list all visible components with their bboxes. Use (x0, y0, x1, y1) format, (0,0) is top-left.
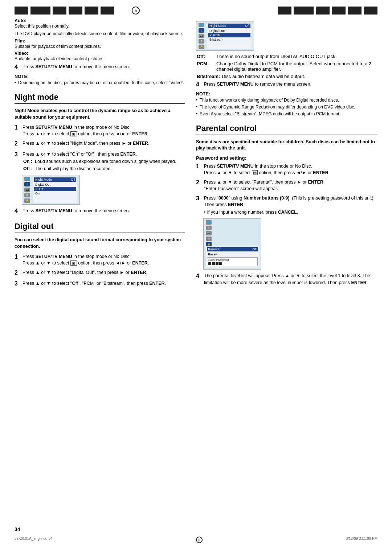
digital-out-title: Digital out (15, 222, 185, 233)
screen-icon-cfg: ⚙ (206, 237, 212, 241)
screen-icon-lock: 🔒 (24, 198, 30, 203)
header-block (53, 7, 66, 15)
auto-line1: Select this position normally. (15, 23, 185, 29)
screen-menu-title: Night Mode Off (208, 24, 250, 28)
screen-icon-img: 📷 (206, 231, 212, 235)
digital-step2-content: Press ▲ or ▼ to select "Digital Out", th… (23, 269, 185, 277)
screen-icon-globe: 🌐 (199, 23, 204, 27)
bitstream-option-label: Bitstream: (197, 74, 220, 79)
night-mode-section: Night mode Night Mode enables you to con… (15, 93, 185, 215)
menu-row-pcm: ✓ PCM (208, 33, 250, 37)
screen-icon-img: 📷 (24, 188, 30, 192)
parental-section: Parental control Some discs are specifie… (196, 124, 377, 286)
parental-step1: 1 Press SETUP/TV MENU in the stop mode o… (196, 163, 377, 176)
step-number: 3 (15, 150, 20, 172)
note-digital-list: This function works only during playback… (196, 97, 377, 117)
night-step3: 3 Press ▲ or ▼ to select "On" or "Off", … (15, 151, 185, 172)
parental-intro: Some discs are specified not suitable fo… (196, 139, 377, 152)
off-text: The unit will play the disc as recorded. (35, 165, 112, 172)
pcm-option: PCM: Change Dolby Digital to PCM for the… (196, 61, 377, 72)
step4-progressive: 4 Press SETUP/TV MENU to remove the menu… (15, 63, 185, 71)
night-step2: 2 Press ▲ or ▼ to select "Night Mode", t… (15, 140, 185, 148)
header-block (348, 7, 362, 15)
note-title: NOTE: (15, 74, 185, 79)
digital-out-section: Digital out You can select the digital o… (15, 222, 185, 288)
screen-icons: 🌐 ♫ 📷 ⚙ 🔒 (199, 23, 206, 49)
step4-night-content: Press SETUP/TV MENU to remove the menu s… (23, 208, 185, 215)
screen-icon-lock: 🔒 (206, 242, 212, 246)
menu-title-left: Night Mode (209, 24, 226, 28)
menu-row-on: ✓ Off (34, 187, 76, 191)
step-number: 1 (15, 253, 20, 266)
parental-screen-layout: 🌐 ♫ 📷 ⚙ 🔒 Parental Off Passw (206, 220, 259, 268)
dot1 (208, 262, 211, 265)
off-option-text: There is no sound output from DIGITAL AU… (216, 54, 336, 59)
pcm-option-text: Change Dolby Digital to PCM for the outp… (216, 61, 377, 72)
parental-title: Parental control (196, 124, 377, 135)
parental-step3: 3 Press "0000" using Number buttons (0-9… (196, 195, 377, 216)
header-block (278, 7, 291, 15)
menu-title-left: Night Mode (35, 178, 52, 181)
header-block (332, 7, 346, 15)
parental-screen-icons: 🌐 ♫ 📷 ⚙ 🔒 (206, 220, 213, 246)
parental-step1-content: Press SETUP/TV MENU in the stop mode or … (204, 163, 377, 176)
film-section: Film: Suitable for playback of film cont… (15, 38, 185, 50)
header-block (69, 7, 82, 15)
step3-content: Press ▲ or ▼ to select "On" or "Off", th… (23, 151, 185, 172)
parental-step3-content: Press "0000" using Number buttons (0-9).… (204, 195, 377, 216)
night-mode-title: Night mode (15, 93, 185, 104)
menu-row-digital: Digital Out (208, 29, 250, 33)
step-number: 3 (15, 279, 20, 288)
enter-password-label: Enter Password (208, 258, 256, 262)
screen-icons: 🌐 ♫ 📷 ⚙ 🔒 (24, 177, 32, 203)
digital-step3: 3 Press ▲ or ▼ to select "Off", "PCM" or… (15, 280, 185, 288)
header-block (364, 7, 377, 15)
video-section: Video: Suitable for playback of video co… (15, 51, 185, 62)
left-column: Auto: Select this position normally. The… (15, 18, 185, 291)
auto-line2: The DVD player automatically detects sou… (15, 31, 185, 37)
digital-step4: 4 Press SETUP/TV MENU to remove the menu… (196, 81, 377, 89)
footer-timestamp: 3/12/09 3:11:08 PM (346, 537, 377, 543)
password-dots (208, 262, 256, 265)
step1-content: Press SETUP/TV MENU in the stop mode or … (23, 124, 185, 137)
header-block (294, 7, 314, 15)
dot4 (219, 262, 222, 265)
film-text: Suitable for playback of film content pi… (15, 44, 185, 50)
parental-step4: 4 The parental level list will appear. P… (196, 272, 377, 286)
digital-options: Off: There is no sound output from DIGIT… (196, 54, 377, 79)
menu-title-right: Off (245, 24, 249, 28)
parental-screen: 🌐 ♫ 📷 ⚙ 🔒 Parental Off Passw (203, 218, 261, 270)
note-digital-item2: The level of Dynamic Range Reduction may… (196, 104, 377, 110)
menu-row-bitstream: Bitstream (208, 37, 250, 42)
menu-pcm-label: ✓ PCM (209, 33, 221, 37)
screen-layout: 🌐 ♫ 📷 ⚙ 🔒 Night Mode Off Digital Out (199, 23, 252, 49)
parental-menu-title: Parental Off (207, 247, 258, 251)
footer-bar: 52K0101A_eng.indd 34 ⊕ 3/12/09 3:11:08 P… (15, 537, 377, 543)
header-block (316, 7, 330, 15)
screen-menu: Night Mode Off Digital Out ✓ PCM Bitstre… (207, 23, 252, 49)
off-item: Off : The unit will play the disc as rec… (23, 165, 185, 172)
step-number: 1 (15, 123, 20, 137)
digital-out-intro: You can select the digital output sound … (15, 237, 185, 250)
screen-icon-active: ♫ (199, 28, 204, 33)
step-number: 4 (196, 80, 202, 89)
digital-step1-content: Press SETUP/TV MENU in the stop mode or … (23, 253, 185, 266)
on-label: On : (23, 158, 33, 165)
step-number: 4 (15, 207, 20, 215)
enter-password-box: Enter Password (207, 257, 258, 266)
registration-mark: ⊕ (132, 7, 140, 15)
off-option-label: Off: (197, 54, 215, 59)
night-mode-intro: Night Mode enables you to control the dy… (15, 108, 185, 120)
cancel-note: • If you input a wrong number, press CAN… (204, 209, 377, 216)
pcm-option-label: PCM: (197, 61, 215, 66)
film-label: Film: (15, 38, 185, 44)
step2-content: Press ▲ or ▼ to select "Night Mode", the… (23, 140, 185, 148)
parental-menu-left: Parental (208, 247, 220, 251)
night-mode-screen: 🌐 ♫ 📷 ⚙ 🔒 Night Mode Off Digital Out (22, 175, 80, 205)
step4-progressive-content: Press SETUP/TV MENU to remove the menu s… (23, 63, 185, 71)
menu-row-digital: Digital Out (34, 182, 76, 187)
menu-row-label: Digital Out (209, 29, 225, 33)
auto-section: Auto: Select this position normally. The… (15, 18, 185, 37)
menu-row-value2: On (35, 192, 40, 195)
video-label: Video: (15, 51, 185, 56)
